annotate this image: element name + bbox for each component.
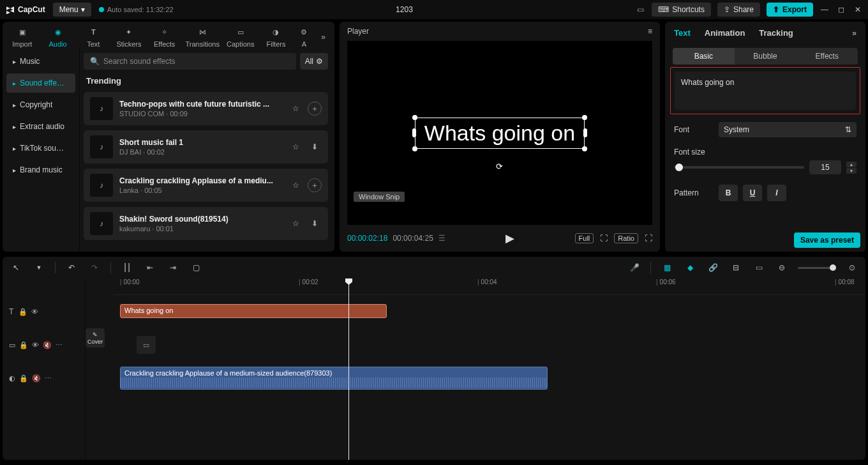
text-overlay[interactable]: Whats going on ⟳ <box>415 118 585 149</box>
export-button[interactable]: ⬆ Export <box>767 3 813 17</box>
ratio-button[interactable]: Ratio <box>614 233 638 243</box>
subtab-basic[interactable]: Basic <box>673 48 735 65</box>
favorite-icon[interactable]: ☆ <box>288 140 303 154</box>
undo-button[interactable]: ↶ <box>64 261 79 275</box>
delete-icon[interactable]: ▢ <box>189 261 203 275</box>
maximize-button[interactable]: ◻ <box>836 4 846 15</box>
fontsize-slider[interactable] <box>674 166 804 169</box>
save-preset-button[interactable]: Save as preset <box>794 232 860 248</box>
add-icon[interactable]: ＋ <box>308 178 322 192</box>
trim-right-icon[interactable]: ⇥ <box>166 261 180 275</box>
italic-button[interactable]: I <box>767 185 786 201</box>
audio-track[interactable]: Crackling crackling Applause of a medium… <box>114 362 865 395</box>
timeline-ruler[interactable]: 00:00 00:02 00:04 00:06 00:08 <box>114 278 865 295</box>
inspector-tab-tracking[interactable]: Tracking <box>759 28 793 38</box>
resize-handle[interactable] <box>582 146 587 151</box>
subnav-tiktok-sound[interactable]: TikTok sou… <box>6 139 75 158</box>
fontsize-input[interactable]: 15 <box>809 160 841 174</box>
rotate-handle-icon[interactable]: ⟳ <box>496 162 503 171</box>
favorite-icon[interactable]: ☆ <box>288 102 303 116</box>
eye-icon[interactable]: 👁 <box>32 341 39 349</box>
step-up-icon[interactable]: ▲ <box>846 162 857 167</box>
split-tool-icon[interactable]: ⎮⎮ <box>120 261 134 275</box>
full-button[interactable]: Full <box>575 233 594 243</box>
resize-handle[interactable] <box>412 115 417 120</box>
tab-more[interactable]: ⚙A <box>297 26 311 48</box>
overflow-icon[interactable]: » <box>852 29 857 38</box>
layout-icon[interactable]: ▭ <box>635 4 645 15</box>
text-track[interactable]: Whats going on <box>114 295 865 328</box>
minimize-button[interactable]: — <box>819 4 830 15</box>
favorite-icon[interactable]: ☆ <box>288 217 303 231</box>
tab-text[interactable]: TText <box>79 26 108 48</box>
mute-icon[interactable]: 🔇 <box>43 341 52 349</box>
tab-audio[interactable]: ◉Audio <box>43 26 73 48</box>
sound-item[interactable]: ♪ Shakin! Sword sound(819514) kakumaru ·… <box>84 207 328 240</box>
shortcuts-button[interactable]: ⌨ Shortcuts <box>652 3 711 17</box>
eye-icon[interactable]: 👁 <box>31 308 38 316</box>
fullscreen-icon[interactable]: ⛶ <box>645 234 652 243</box>
more-dots-icon[interactable]: ⋯ <box>56 341 63 349</box>
text-clip[interactable]: Whats going on <box>120 304 387 318</box>
subtab-effects[interactable]: Effects <box>796 48 858 65</box>
audio-clip[interactable]: Crackling crackling Applause of a medium… <box>120 367 548 390</box>
bold-button[interactable]: B <box>719 185 738 201</box>
tab-effects[interactable]: ✧Effects <box>150 26 179 48</box>
font-select[interactable]: System ⇅ <box>719 122 857 137</box>
lock-icon[interactable]: 🔒 <box>19 341 28 349</box>
lock-icon[interactable]: 🔒 <box>19 374 28 383</box>
pointer-tool-icon[interactable]: ↖ <box>9 261 23 275</box>
snap-icon[interactable]: ◆ <box>683 261 697 275</box>
step-down-icon[interactable]: ▼ <box>846 168 857 174</box>
filter-all-button[interactable]: All ⚙ <box>300 53 328 70</box>
overflow-icon[interactable]: » <box>317 29 329 45</box>
subnav-sound-effects[interactable]: Sound effe… <box>6 73 75 93</box>
align-icon[interactable]: ⊟ <box>729 261 743 275</box>
lock-icon[interactable]: 🔒 <box>19 308 27 316</box>
subnav-extract-audio[interactable]: Extract audio <box>6 117 75 136</box>
zoom-slider[interactable] <box>798 267 836 269</box>
resize-handle[interactable] <box>412 146 417 151</box>
video-placeholder-icon[interactable]: ▭ <box>137 336 156 354</box>
inspector-tab-animation[interactable]: Animation <box>705 28 745 38</box>
view-list-icon[interactable]: ☰ <box>438 234 445 243</box>
tab-captions[interactable]: ▭Captions <box>226 26 255 48</box>
play-button[interactable]: ▶ <box>505 231 514 245</box>
magnet-icon[interactable]: ▦ <box>660 261 674 275</box>
link-icon[interactable]: 🔗 <box>706 261 720 275</box>
download-icon[interactable]: ⬇ <box>308 140 322 154</box>
redo-button[interactable]: ↷ <box>87 261 101 275</box>
subnav-copyright[interactable]: Copyright <box>6 95 75 114</box>
tab-transitions[interactable]: ⋈Transitions <box>186 26 220 48</box>
sound-item[interactable]: ♪ Crackling crackling Applause of a medi… <box>84 169 328 202</box>
inspector-tab-text[interactable]: Text <box>674 28 691 38</box>
text-content-input[interactable]: Whats going on <box>675 72 856 110</box>
resize-handle[interactable] <box>412 128 416 137</box>
favorite-icon[interactable]: ☆ <box>288 178 303 192</box>
more-dots-icon[interactable]: ⋯ <box>45 374 52 383</box>
search-input[interactable]: 🔍 Search sound effects <box>84 53 296 70</box>
download-icon[interactable]: ⬇ <box>308 217 322 231</box>
tab-filters[interactable]: ◑Filters <box>262 26 291 48</box>
subnav-brand-music[interactable]: Brand music <box>6 160 75 179</box>
tab-stickers[interactable]: ✦Stickers <box>114 26 144 48</box>
subnav-music[interactable]: Music <box>6 52 75 71</box>
underline-button[interactable]: U <box>743 185 762 201</box>
preview-canvas[interactable]: Whats going on ⟳ Window Snip <box>347 41 652 225</box>
mute-icon[interactable]: 🔇 <box>32 374 41 383</box>
tab-import[interactable]: ▣Import <box>8 26 37 48</box>
close-button[interactable]: ✕ <box>853 4 863 15</box>
video-track[interactable]: ▭ <box>114 328 865 362</box>
zoom-out-icon[interactable]: ⊖ <box>775 261 789 275</box>
playhead[interactable] <box>348 278 349 460</box>
menu-button[interactable]: Menu ▾ <box>53 3 91 17</box>
mic-icon[interactable]: 🎤 <box>627 261 641 275</box>
sound-item[interactable]: ♪ Short music fail 1 DJ BAI · 00:02 ☆ ⬇ <box>84 130 328 164</box>
sound-item[interactable]: ♪ Techno-pops with cute future futuristi… <box>84 92 328 125</box>
preview-icon[interactable]: ▭ <box>752 261 766 275</box>
player-menu-icon[interactable]: ≡ <box>648 27 652 36</box>
cover-button[interactable]: ✎ Cover <box>86 328 105 347</box>
chevron-down-icon[interactable]: ▼ <box>32 261 46 275</box>
subtab-bubble[interactable]: Bubble <box>735 48 797 65</box>
share-button[interactable]: ⇪ Share <box>717 3 760 17</box>
